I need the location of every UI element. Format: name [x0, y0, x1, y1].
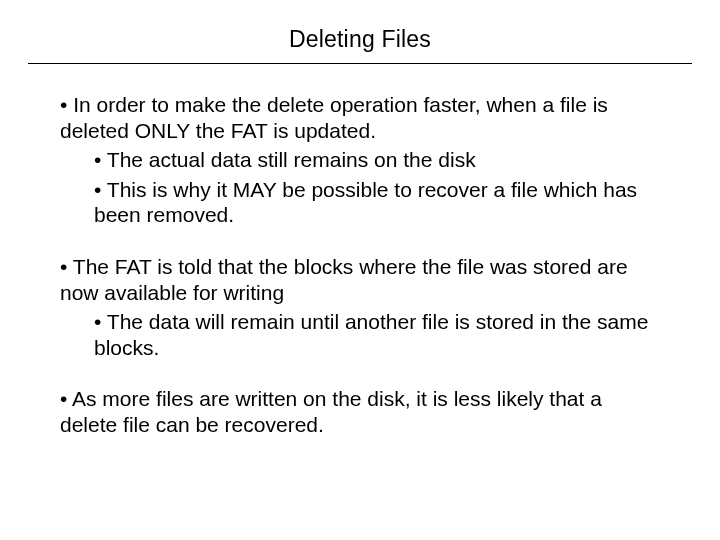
- spacer: [60, 364, 660, 386]
- bullet-level2: • The data will remain until another fil…: [60, 309, 660, 360]
- bullet-level2: • The actual data still remains on the d…: [60, 147, 660, 173]
- bullet-level2: • This is why it MAY be possible to reco…: [60, 177, 660, 228]
- slide-body: • In order to make the delete operation …: [0, 64, 720, 438]
- spacer: [60, 232, 660, 254]
- slide: Deleting Files • In order to make the de…: [0, 0, 720, 540]
- bullet-level1: • The FAT is told that the blocks where …: [60, 254, 660, 305]
- bullet-level1: • In order to make the delete operation …: [60, 92, 660, 143]
- bullet-level1: • As more files are written on the disk,…: [60, 386, 660, 437]
- title-area: Deleting Files: [0, 0, 720, 53]
- slide-title: Deleting Files: [289, 26, 431, 52]
